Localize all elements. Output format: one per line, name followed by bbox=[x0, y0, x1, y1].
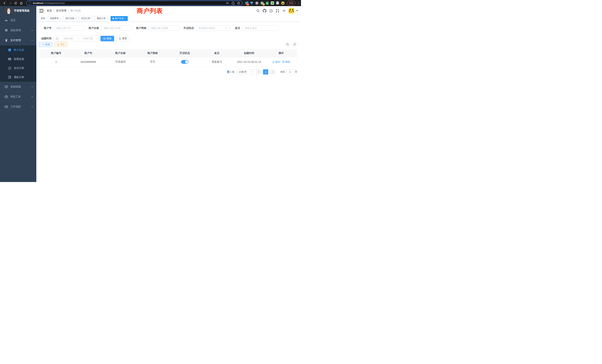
tab-home[interactable]: 首页 bbox=[39, 16, 47, 21]
header-search-icon[interactable] bbox=[256, 9, 260, 13]
cell-create-time: 2021-10-23 08:31:14 bbox=[233, 60, 265, 63]
short-name-input[interactable]: 请输入商户简称 bbox=[149, 25, 179, 31]
extension-grid-icon[interactable]: 10 bbox=[245, 1, 248, 5]
github-icon[interactable] bbox=[263, 9, 266, 13]
extension-chat-icon[interactable] bbox=[271, 1, 274, 5]
col-create-time: 创建时间 bbox=[233, 52, 265, 55]
cell-full-name: 芋道源码 bbox=[104, 60, 137, 64]
full-name-label: 商户全称 bbox=[89, 26, 101, 30]
svg-text:?: ? bbox=[270, 10, 272, 12]
col-merchant-no: 商户号 bbox=[72, 52, 105, 55]
close-icon[interactable]: × bbox=[125, 17, 126, 20]
browser-back-icon[interactable] bbox=[2, 1, 7, 5]
remark-input[interactable]: 请输入备注 bbox=[242, 25, 279, 31]
browser-toolbar: i localhost:1024/pay/merchant 10 ⌘ 1 y bbox=[0, 0, 301, 6]
goto-label: 前往 bbox=[280, 70, 285, 74]
cell-remark: 我是备注 bbox=[201, 60, 233, 64]
breadcrumb: 首页 / 支付管理 / 商户信息 bbox=[47, 9, 81, 12]
reset-button[interactable]: 重置 bbox=[116, 36, 130, 41]
chrome-update-button[interactable]: 更新 bbox=[287, 1, 295, 5]
password-key-icon[interactable] bbox=[226, 1, 229, 5]
status-toggle[interactable] bbox=[181, 60, 189, 64]
tab-flow-form[interactable]: 流程表单× bbox=[48, 16, 63, 21]
extension-cmd-icon[interactable]: ⌘ bbox=[255, 1, 258, 5]
sidebar-item-workflow[interactable]: 工作流程 bbox=[0, 102, 36, 112]
create-time-label: 创建时间 bbox=[39, 37, 54, 40]
sidebar-item-merchant-info[interactable]: 商户信息 bbox=[0, 45, 36, 54]
next-page-button[interactable] bbox=[270, 69, 275, 75]
tab-user-group[interactable]: 用户分组× bbox=[64, 16, 78, 21]
tab-pay-order[interactable]: 支付订单× bbox=[79, 16, 94, 21]
sidebar-item-pay[interactable]: ¥ 支付管理 bbox=[0, 35, 36, 45]
close-icon[interactable]: × bbox=[75, 17, 76, 20]
tab-merchant-info[interactable]: 商户信息× bbox=[111, 16, 128, 21]
remark-label: 备注 bbox=[235, 26, 242, 30]
close-icon[interactable]: × bbox=[91, 17, 92, 20]
chevron-down-icon bbox=[31, 29, 33, 32]
sidebar-item-home[interactable]: 首页 bbox=[0, 15, 36, 25]
calendar-icon bbox=[56, 37, 59, 40]
chevron-down-icon bbox=[31, 96, 33, 98]
browser-forward-icon[interactable] bbox=[7, 1, 13, 5]
edit-button[interactable]: 修改 bbox=[272, 60, 280, 64]
site-info-icon[interactable]: i bbox=[29, 2, 31, 4]
avatar-dropdown-caret[interactable] bbox=[296, 10, 298, 11]
browser-home-icon[interactable] bbox=[19, 1, 24, 5]
sidebar-item-app-info[interactable]: 应用信息 bbox=[0, 54, 36, 64]
logo-rabbit-avatar bbox=[6, 8, 12, 14]
annotation-title: 商户列表 bbox=[137, 7, 163, 15]
close-icon[interactable]: × bbox=[107, 17, 108, 20]
share-icon[interactable] bbox=[232, 1, 235, 5]
logo[interactable]: 芋道管理系统 bbox=[0, 6, 36, 15]
prev-page-button[interactable] bbox=[256, 69, 261, 75]
user-avatar[interactable] bbox=[289, 8, 294, 13]
sidebar-item-infra[interactable]: 基础设施 bbox=[0, 82, 36, 92]
merchant-no-input[interactable]: 请输入商户号 bbox=[54, 25, 85, 31]
extension-gem-icon[interactable] bbox=[250, 1, 253, 5]
breadcrumb-pay[interactable]: 支付管理 bbox=[56, 9, 66, 12]
sidebar-item-dev-tools[interactable]: 研发工具 bbox=[0, 92, 36, 102]
refresh-icon bbox=[119, 37, 121, 40]
toggle-search-button[interactable] bbox=[285, 42, 290, 47]
search-button[interactable]: 搜索 bbox=[100, 36, 114, 41]
help-icon[interactable]: ? bbox=[269, 9, 273, 13]
sidebar-item-refund-order[interactable]: 退款订单 bbox=[0, 73, 36, 82]
close-icon[interactable]: × bbox=[60, 17, 61, 20]
status-label: 开启状态 bbox=[183, 26, 196, 30]
status-select[interactable]: 请选择开启状态 bbox=[196, 25, 229, 31]
browser-reload-icon[interactable] bbox=[13, 1, 19, 5]
sidebar-item-pay-order[interactable]: ¥ 支付订单 bbox=[0, 64, 36, 73]
tab-refund-order[interactable]: 退款订单× bbox=[95, 16, 109, 21]
total-count: 共 1 条 bbox=[227, 70, 235, 74]
col-short-name: 商户简称 bbox=[137, 52, 169, 55]
full-name-input[interactable]: 请输入商户全称 bbox=[101, 25, 132, 31]
goto-page-input[interactable]: 1 bbox=[286, 69, 294, 75]
url-text[interactable]: localhost:1024/pay/merchant bbox=[33, 2, 226, 4]
profile-emoji-avatar[interactable] bbox=[281, 1, 284, 5]
col-status: 开启状态 bbox=[169, 52, 201, 55]
date-range-input[interactable]: 开始日期 - 结束日期 bbox=[54, 36, 98, 41]
sidebar-item-system[interactable]: 系统管理 bbox=[0, 25, 36, 35]
breadcrumb-home[interactable]: 首页 bbox=[47, 9, 52, 12]
refresh-table-button[interactable] bbox=[292, 42, 297, 47]
chevron-down-icon bbox=[31, 86, 33, 88]
page-size-select[interactable]: 10条/页 bbox=[236, 69, 254, 75]
page-unit: 页 bbox=[295, 70, 297, 74]
active-dot bbox=[112, 18, 114, 19]
extension-y-icon[interactable]: y bbox=[265, 1, 269, 5]
export-button[interactable]: 导出 bbox=[54, 42, 67, 47]
current-page-button[interactable]: 1 bbox=[263, 69, 268, 75]
bookmark-star-icon[interactable] bbox=[237, 1, 240, 5]
browser-menu-icon[interactable] bbox=[298, 2, 299, 4]
extensions-puzzle-icon[interactable] bbox=[276, 1, 279, 5]
sidebar-collapse-icon[interactable] bbox=[39, 9, 43, 12]
extension-recorder-icon[interactable]: 1 bbox=[260, 1, 264, 5]
font-size-icon[interactable]: TT bbox=[282, 9, 286, 13]
plus-icon: ＋ bbox=[42, 43, 44, 46]
add-button[interactable]: ＋ 新增 bbox=[39, 42, 53, 47]
short-name-label: 商户简称 bbox=[136, 26, 149, 30]
address-bar[interactable]: i localhost:1024/pay/merchant bbox=[26, 0, 242, 6]
delete-button[interactable]: 删除 bbox=[282, 60, 290, 64]
fullscreen-icon[interactable] bbox=[276, 9, 279, 13]
extensions-row: 10 ⌘ 1 y 更新 bbox=[245, 1, 299, 5]
